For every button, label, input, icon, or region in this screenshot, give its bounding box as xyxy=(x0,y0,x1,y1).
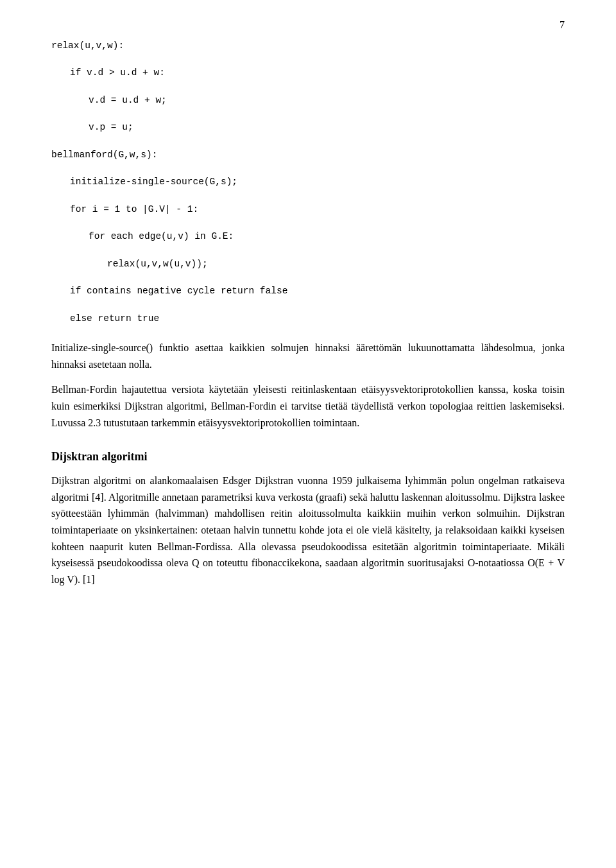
code-line-bf-6: else return true xyxy=(70,311,565,326)
paragraph-dijkstran-algoritmi: Dijkstran algoritmi on alankomaalaisen E… xyxy=(51,473,565,587)
relax-code-block: relax(u,v,w): if v.d > u.d + w: v.d = u.… xyxy=(51,39,565,135)
paragraph-initialize-single-source: Initialize-single-source() funktio asett… xyxy=(51,340,565,372)
code-line-relax-2: v.d = u.d + w; xyxy=(89,93,565,107)
code-line-bf-4: relax(u,v,w(u,v)); xyxy=(107,257,565,271)
code-line-bf-3: for each edge(u,v) in G.E: xyxy=(89,229,565,243)
code-line-relax-1: if v.d > u.d + w: xyxy=(70,65,565,80)
page-number: 7 xyxy=(560,19,565,31)
code-line-bf-2: for i = 1 to |G.V| - 1: xyxy=(70,202,565,216)
page: 7 relax(u,v,w): if v.d > u.d + w: v.d = … xyxy=(0,0,616,868)
code-line-relax-0: relax(u,v,w): xyxy=(51,39,565,53)
code-line-bf-1: initialize-single-source(G,s); xyxy=(70,175,565,189)
code-line-relax-3: v.p = u; xyxy=(89,120,565,134)
code-line-bf-0: bellmanford(G,w,s): xyxy=(51,148,565,162)
bellmanford-code-block: bellmanford(G,w,s): initialize-single-so… xyxy=(51,148,565,326)
code-line-bf-5: if contains negative cycle return false xyxy=(70,284,565,298)
section-heading-dijkstra: Dijsktran algoritmi xyxy=(51,450,565,464)
paragraph-bellman-fordin: Bellman-Fordin hajautettua versiota käyt… xyxy=(51,381,565,431)
